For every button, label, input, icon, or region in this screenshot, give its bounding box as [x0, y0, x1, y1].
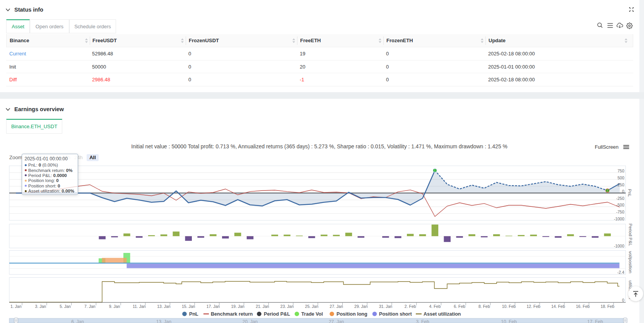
svg-text:20. Jan: 20. Jan: [243, 319, 258, 323]
svg-text:Trade Vol: Trade Vol: [301, 311, 323, 317]
svg-text:3. Jan: 3. Jan: [35, 304, 46, 309]
svg-text:Position short: Position short: [379, 311, 412, 317]
svg-text:-250: -250: [616, 196, 624, 201]
svg-text:16. Feb: 16. Feb: [576, 304, 590, 309]
svg-text:6. Feb: 6. Feb: [454, 304, 465, 309]
svg-text:23. Jan: 23. Jan: [280, 304, 294, 309]
svg-text:250: 250: [617, 182, 624, 187]
svg-text:11. Jan: 11. Jan: [133, 304, 146, 309]
svg-text:21. Jan: 21. Jan: [256, 304, 269, 309]
svg-text:6. Jan: 6. Jan: [71, 319, 84, 323]
svg-text:-2.4: -2.4: [617, 270, 624, 275]
svg-text:4. Feb: 4. Feb: [429, 304, 441, 309]
svg-text:-1000: -1000: [614, 216, 624, 221]
svg-text:15. Jan: 15. Jan: [182, 304, 195, 309]
svg-text:12. Feb: 12. Feb: [526, 304, 540, 309]
svg-text:19. Jan: 19. Jan: [231, 304, 244, 309]
svg-text:2. Feb: 2. Feb: [405, 304, 416, 309]
svg-text:10. Feb: 10. Feb: [502, 304, 516, 309]
svg-text:29. Jan: 29. Jan: [354, 304, 368, 309]
svg-text:Position long: Position long: [337, 311, 367, 317]
svg-text:PnL: PnL: [627, 189, 632, 197]
svg-text:17. Feb: 17. Feb: [587, 319, 603, 323]
svg-text:14. Feb: 14. Feb: [551, 304, 565, 309]
svg-text:vol/position: vol/position: [628, 251, 633, 273]
svg-text:750: 750: [617, 168, 624, 173]
svg-text:31. Jan: 31. Jan: [379, 304, 393, 309]
svg-text:27. Jan: 27. Jan: [329, 319, 344, 323]
svg-text:10. Feb: 10. Feb: [501, 319, 517, 323]
svg-text:18. Feb: 18. Feb: [601, 304, 615, 309]
svg-text:9. Jan: 9. Jan: [109, 304, 120, 309]
svg-text:3. Feb: 3. Feb: [416, 319, 429, 323]
svg-text:8. Feb: 8. Feb: [478, 304, 490, 309]
svg-text:Period P&L: Period P&L: [264, 311, 290, 317]
svg-text:-500: -500: [616, 203, 624, 207]
svg-text:Period P&L: Period P&L: [628, 223, 633, 246]
svg-text:0: 0: [622, 298, 624, 302]
svg-text:-1000: -1000: [614, 244, 624, 248]
svg-text:27. Jan: 27. Jan: [330, 304, 343, 309]
svg-text:25. Jan: 25. Jan: [305, 304, 319, 309]
svg-text:13. Jan: 13. Jan: [157, 304, 171, 309]
svg-text:17. Jan: 17. Jan: [207, 304, 220, 309]
svg-text:5. Jan: 5. Jan: [60, 304, 71, 309]
svg-text:Benchmark return: Benchmark return: [211, 311, 253, 317]
svg-text:-750: -750: [616, 210, 624, 214]
svg-text:7. Jan: 7. Jan: [84, 304, 96, 309]
svg-text:0: 0: [622, 189, 624, 194]
svg-text:1. Jan: 1. Jan: [10, 304, 22, 309]
svg-text:PnL: PnL: [189, 311, 198, 317]
svg-text:13. Jan: 13. Jan: [156, 319, 171, 323]
svg-text:Asset utilization: Asset utilization: [424, 311, 461, 317]
svg-text:500: 500: [617, 175, 624, 180]
